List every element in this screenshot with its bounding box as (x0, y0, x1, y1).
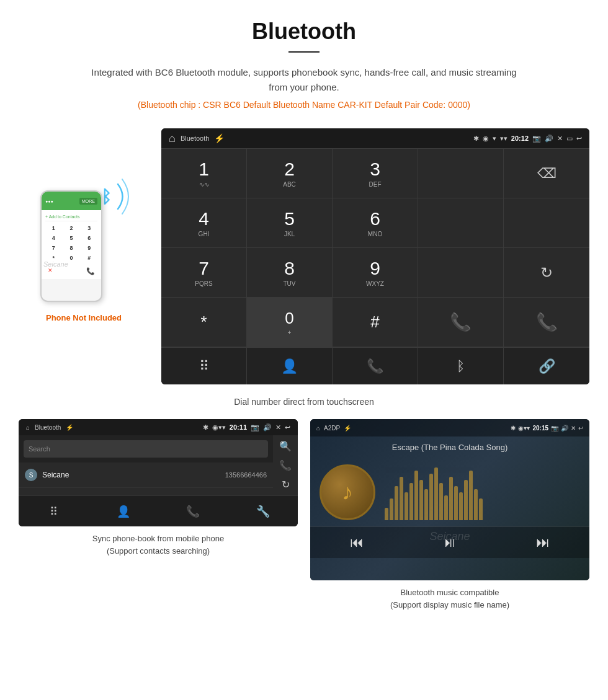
music-back[interactable]: ↩ (578, 425, 583, 432)
phone-key-3: 3 (81, 224, 97, 233)
contact-number: 13566664466 (225, 471, 267, 479)
dialpad-backspace[interactable]: ⌫ (504, 149, 589, 198)
music-caption-line1: Bluetooth music compatible (401, 588, 499, 597)
dialpad-key-1[interactable]: 1 ∿∿ (161, 149, 247, 198)
dialpad-key-hash[interactable]: # (333, 298, 418, 347)
dialpad-call-green[interactable]: 📞 (418, 298, 504, 347)
close-icon[interactable]: ✕ (557, 135, 563, 143)
next-track-button[interactable]: ⏭ (536, 534, 550, 551)
phone-not-included-label: Phone Not Included (46, 313, 122, 322)
dialpad-call-red[interactable]: 📞 (504, 298, 589, 347)
song-title: Escape (The Pina Colada Song) (392, 443, 507, 452)
pb-vol: 🔊 (263, 423, 272, 432)
phonebook-panel: ⌂ Bluetooth ⚡ ✱ ◉▾▾ 20:11 📷 🔊 ✕ ↩ (19, 419, 298, 611)
backspace-icon: ⌫ (537, 166, 557, 182)
location-icon: ◉ (483, 135, 489, 143)
dialpad-key-5[interactable]: 5 JKL (247, 198, 333, 248)
phone-screen-header: ●●● MORE (42, 192, 101, 210)
bottom-panels: ⌂ Bluetooth ⚡ ✱ ◉▾▾ 20:11 📷 🔊 ✕ ↩ (0, 419, 608, 611)
pb-camera: 📷 (251, 423, 259, 432)
pb-nav-wrench[interactable]: 🔧 (228, 496, 298, 526)
phonebook-search-bar[interactable]: Search (24, 440, 268, 458)
nav-dialpad[interactable]: ⠿ (161, 348, 247, 384)
phone-more-btn: MORE (79, 198, 97, 205)
pb-bt-icon: ✱ (203, 423, 208, 432)
dialpad-grid: 1 ∿∿ 2 ABC 3 DEF ⌫ 4 GHI 5 JKL (161, 148, 589, 347)
dialpad-key-0[interactable]: 0 + (247, 298, 333, 347)
app-name-label: Bluetooth (181, 135, 209, 142)
dialpad-key-star[interactable]: * (161, 298, 247, 347)
dialpad-refresh[interactable]: ↻ (504, 248, 589, 298)
search-placeholder: Search (29, 445, 263, 453)
dialpad-key-3[interactable]: 3 DEF (333, 149, 418, 198)
dialpad-key-8[interactable]: 8 TUV (247, 248, 333, 298)
page-title: Bluetooth (12, 19, 596, 45)
nav-bluetooth[interactable]: ᛒ (418, 348, 504, 384)
phone-key-7: 7 (45, 244, 62, 252)
music-screen-container: ⌂ A2DP ⚡ ✱ ◉▾▾ 20:15 📷 🔊 ✕ ↩ (310, 419, 589, 580)
status-bar-left: ⌂ Bluetooth ⚡ (169, 132, 225, 145)
volume-icon: 🔊 (545, 135, 553, 143)
specs-line: (Bluetooth chip : CSR BC6 Default Blueto… (12, 100, 596, 110)
dialpad-key-6[interactable]: 6 MNO (333, 198, 418, 248)
dialpad-key-4[interactable]: 4 GHI (161, 198, 247, 248)
svg-text:ᛒ: ᛒ (101, 187, 112, 206)
phonebook-screen: ⌂ Bluetooth ⚡ ✱ ◉▾▾ 20:11 📷 🔊 ✕ ↩ (19, 419, 298, 526)
phonebook-main: Search S Seicane 13566664466 (19, 435, 273, 495)
nav-contacts[interactable]: 👤 (247, 348, 333, 384)
nav-call-log[interactable]: 📞 (333, 348, 418, 384)
phone-illustration: ᛒ ●●● MORE + Add to Contacts 1 2 3 4 5 (40, 153, 127, 302)
pb-search-icon[interactable]: 🔍 (279, 440, 292, 452)
dialpad-key-7[interactable]: 7 PQRS (161, 248, 247, 298)
phonebook-status-bar: ⌂ Bluetooth ⚡ ✱ ◉▾▾ 20:11 📷 🔊 ✕ ↩ (19, 419, 298, 435)
music-vol: 🔊 (561, 425, 568, 432)
music-time: 20:15 (532, 425, 548, 432)
phone-key-8: 8 (63, 244, 80, 252)
dial-status-bar: ⌂ Bluetooth ⚡ ✱ ◉ ▾ ▾▾ 20:12 📷 🔊 ✕ ▭ ↩ (161, 128, 589, 148)
seicane-watermark-phone: Seicane (43, 260, 68, 268)
music-title-area: Escape (The Pina Colada Song) (310, 436, 589, 458)
dialpad-key-9[interactable]: 9 WXYZ (333, 248, 418, 298)
contact-initial: S (25, 469, 37, 481)
pb-status-left: ⌂ Bluetooth ⚡ (26, 424, 73, 431)
pb-home-icon[interactable]: ⌂ (26, 424, 30, 431)
phone-body: ●●● MORE + Add to Contacts 1 2 3 4 5 6 7… (40, 190, 102, 302)
phone-add-contacts: + Add to Contacts (45, 213, 97, 221)
music-screen: ⌂ A2DP ⚡ ✱ ◉▾▾ 20:15 📷 🔊 ✕ ↩ (310, 419, 589, 580)
home-icon[interactable]: ⌂ (169, 132, 176, 145)
pb-nav-calls[interactable]: 📞 (158, 496, 228, 526)
phone-key-5: 5 (63, 234, 80, 242)
time-display: 20:12 (511, 135, 529, 142)
pb-close[interactable]: ✕ (275, 423, 281, 432)
pb-time: 20:11 (230, 423, 247, 431)
pb-usb-icon: ⚡ (66, 424, 73, 431)
back-icon[interactable]: ↩ (576, 135, 582, 143)
phonebook-caption-line1: Sync phone-book from mobile phone (92, 534, 224, 543)
pb-call-icon[interactable]: 📞 (279, 459, 292, 471)
phonebook-caption: Sync phone-book from mobile phone (Suppo… (19, 533, 298, 557)
contact-row-seicane[interactable]: S Seicane 13566664466 (19, 463, 273, 488)
music-caption: Bluetooth music compatible (Support disp… (310, 587, 589, 611)
bluetooth-status-icon: ✱ (473, 135, 479, 143)
music-app-name: A2DP (324, 425, 340, 432)
main-content: ᛒ ●●● MORE + Add to Contacts 1 2 3 4 5 (0, 128, 608, 384)
pb-nav-dialpad[interactable]: ⠿ (19, 496, 89, 526)
pb-refresh-icon[interactable]: ↻ (282, 479, 290, 490)
pb-nav-contacts-active[interactable]: 👤 (89, 496, 159, 526)
music-status-bar: ⌂ A2DP ⚡ ✱ ◉▾▾ 20:15 📷 🔊 ✕ ↩ (310, 419, 589, 436)
prev-track-button[interactable]: ⏮ (350, 534, 364, 551)
status-bar-right: ✱ ◉ ▾ ▾▾ 20:12 📷 🔊 ✕ ▭ ↩ (473, 135, 582, 143)
nav-more[interactable]: 🔗 (504, 348, 589, 384)
phonebook-search-area: Search (19, 435, 273, 463)
pb-back[interactable]: ↩ (285, 423, 290, 432)
phone-dialpad: 1 2 3 4 5 6 7 8 9 * 0 # (45, 221, 97, 265)
phonebook-sidebar: 🔍 📞 ↻ (273, 435, 298, 495)
music-home-icon[interactable]: ⌂ (316, 425, 320, 432)
description-text: Integrated with BC6 Bluetooth module, su… (87, 65, 521, 95)
dialpad-empty-2 (418, 198, 504, 248)
dialpad-key-2[interactable]: 2 ABC (247, 149, 333, 198)
phone-key-2: 2 (63, 224, 80, 233)
phone-key-hash: # (81, 254, 97, 262)
wifi-icon: ▾▾ (500, 135, 507, 143)
music-close[interactable]: ✕ (571, 425, 576, 432)
